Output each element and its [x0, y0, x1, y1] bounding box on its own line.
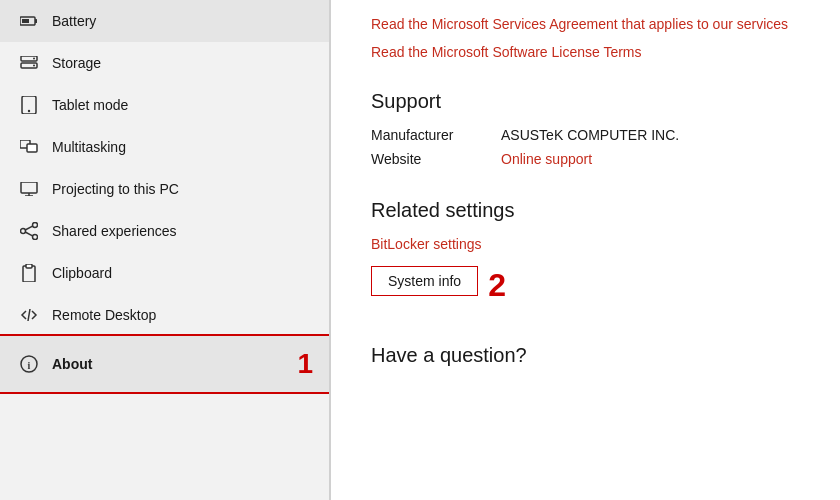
about-icon: i	[20, 355, 38, 373]
svg-rect-2	[22, 19, 29, 23]
main-badge-2: 2	[488, 267, 506, 304]
svg-point-6	[33, 65, 35, 67]
sidebar-item-tablet-label: Tablet mode	[52, 97, 128, 113]
sidebar-item-remote-desktop[interactable]: Remote Desktop	[0, 294, 329, 336]
svg-rect-10	[27, 144, 37, 152]
sidebar-item-projecting-label: Projecting to this PC	[52, 181, 179, 197]
battery-icon	[20, 12, 38, 30]
svg-point-8	[28, 110, 30, 112]
manufacturer-row: Manufacturer ASUSTeK COMPUTER INC.	[371, 127, 800, 143]
sidebar-item-battery[interactable]: Battery	[0, 0, 329, 42]
sidebar-item-shared-experiences[interactable]: Shared experiences	[0, 210, 329, 252]
sidebar-badge-1: 1	[297, 348, 313, 380]
sidebar-item-storage[interactable]: Storage	[0, 42, 329, 84]
manufacturer-label: Manufacturer	[371, 127, 501, 143]
sidebar-item-projecting[interactable]: Projecting to this PC	[0, 168, 329, 210]
sidebar-item-about-label: About	[52, 356, 92, 372]
sidebar-item-about[interactable]: i About 1	[0, 336, 329, 392]
multitasking-icon	[20, 138, 38, 156]
projecting-icon	[20, 180, 38, 198]
manufacturer-value: ASUSTeK COMPUTER INC.	[501, 127, 679, 143]
svg-rect-11	[21, 182, 37, 193]
clipboard-icon	[20, 264, 38, 282]
have-question-title: Have a question?	[371, 344, 800, 367]
svg-line-21	[28, 309, 30, 321]
support-section: Support Manufacturer ASUSTeK COMPUTER IN…	[371, 66, 800, 175]
top-links-section: Read the Microsoft Services Agreement th…	[371, 0, 800, 66]
website-link[interactable]: Online support	[501, 151, 592, 167]
related-settings-section: Related settings BitLocker settings Syst…	[371, 175, 800, 320]
main-content: Read the Microsoft Services Agreement th…	[331, 0, 840, 500]
shared-experiences-icon	[20, 222, 38, 240]
sidebar-item-remote-label: Remote Desktop	[52, 307, 156, 323]
sidebar-item-tablet-mode[interactable]: Tablet mode	[0, 84, 329, 126]
sidebar-item-battery-label: Battery	[52, 13, 96, 29]
sidebar-item-storage-label: Storage	[52, 55, 101, 71]
svg-rect-20	[26, 264, 32, 268]
svg-point-15	[33, 223, 38, 228]
storage-icon	[20, 54, 38, 72]
svg-rect-1	[35, 19, 37, 23]
sidebar: Battery Storage Tablet mode	[0, 0, 330, 500]
bitlocker-link[interactable]: BitLocker settings	[371, 236, 800, 252]
sidebar-item-shared-label: Shared experiences	[52, 223, 177, 239]
remote-desktop-icon	[20, 306, 38, 324]
website-label: Website	[371, 151, 501, 167]
support-title: Support	[371, 90, 800, 113]
related-settings-title: Related settings	[371, 199, 800, 222]
sidebar-item-clipboard[interactable]: Clipboard	[0, 252, 329, 294]
svg-line-18	[25, 232, 32, 236]
tablet-icon	[20, 96, 38, 114]
svg-point-14	[21, 229, 26, 234]
sidebar-item-multitasking-label: Multitasking	[52, 139, 126, 155]
sidebar-item-clipboard-label: Clipboard	[52, 265, 112, 281]
microsoft-software-link[interactable]: Read the Microsoft Software License Term…	[371, 38, 800, 66]
svg-text:i: i	[28, 360, 31, 371]
svg-point-5	[33, 58, 35, 60]
system-info-button[interactable]: System info	[371, 266, 478, 296]
website-row: Website Online support	[371, 151, 800, 167]
microsoft-services-link[interactable]: Read the Microsoft Services Agreement th…	[371, 10, 800, 38]
svg-point-16	[33, 235, 38, 240]
have-a-question-section: Have a question?	[371, 320, 800, 381]
sidebar-item-multitasking[interactable]: Multitasking	[0, 126, 329, 168]
svg-line-17	[25, 226, 32, 230]
